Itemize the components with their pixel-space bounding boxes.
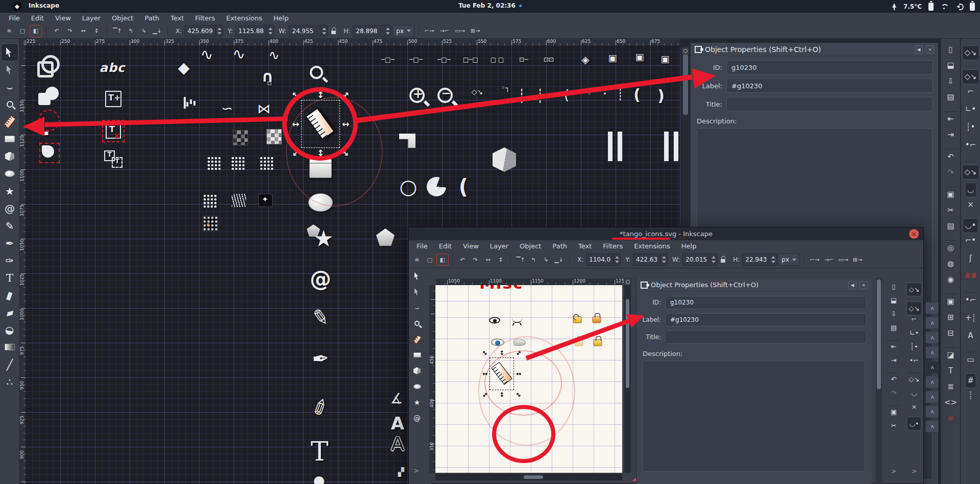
snap-cusp-icon[interactable]: ◡•	[907, 417, 921, 430]
brush-icon[interactable]: ✐	[308, 395, 332, 421]
raise-icon[interactable]: ↰	[527, 253, 540, 266]
canvas-object-icon[interactable]: (	[459, 176, 468, 197]
commands-expander[interactable]: >	[891, 468, 896, 475]
inner-horizontal-scrollbar[interactable]	[435, 474, 622, 480]
label-field[interactable]	[665, 313, 867, 326]
panel-close-button[interactable]: ×	[860, 281, 868, 289]
spin-buttons[interactable]	[266, 26, 274, 37]
export-in-icon[interactable]: ⇤	[947, 115, 954, 123]
cut-icon[interactable]: ✂	[891, 422, 897, 429]
print-icon[interactable]: ▤	[891, 324, 897, 331]
battery-charging-icon[interactable]	[970, 3, 975, 11]
text-frame-icon[interactable]	[105, 91, 121, 107]
layers-dialog-icon[interactable]: ≣	[947, 383, 954, 391]
bar-chart-icon[interactable]	[184, 97, 186, 109]
menu-edit[interactable]: Edit	[26, 13, 50, 23]
move-patterns-icon[interactable]: ◧	[436, 253, 449, 266]
zoom-out-icon[interactable]	[437, 88, 453, 103]
canvas-object-icon[interactable]: ─□─	[437, 57, 451, 63]
volume-icon[interactable]	[955, 3, 963, 10]
selection-handle[interactable]: ↕	[499, 391, 504, 398]
export-in-icon[interactable]: ⇤	[891, 343, 897, 350]
menu-layer[interactable]: Layer	[77, 13, 106, 23]
cube-icon[interactable]	[493, 147, 516, 172]
dropper-tool[interactable]: ╱	[2, 356, 18, 373]
snap-bbox-edge-mid-icon[interactable]: ┆•	[966, 123, 975, 131]
canvas-object-icon[interactable]: □─□	[463, 57, 478, 63]
canvas-object-icon[interactable]: ─□─	[409, 57, 423, 63]
export-out-icon[interactable]: ⇥	[947, 131, 954, 139]
dock-chevron-button[interactable]: >	[925, 361, 939, 373]
canvas-object-icon[interactable]: ─□─	[381, 57, 395, 63]
canvas-object-icon[interactable]: A	[391, 415, 404, 432]
zoom-in-icon[interactable]	[409, 88, 425, 103]
snap-intersection-icon[interactable]: ×	[967, 201, 974, 209]
snap-cusp-icon[interactable]: ◡•	[963, 219, 978, 233]
dock-chevron-button[interactable]: >	[925, 376, 939, 388]
snap-smooth-icon[interactable]: ⌐•	[965, 237, 976, 244]
lower-icon[interactable]: ↳	[138, 25, 150, 37]
scrollbar-thumb[interactable]	[683, 49, 688, 115]
snap-bbox-edge-icon[interactable]: ⌐	[967, 88, 974, 95]
dock-chevron-button[interactable]: >	[925, 317, 939, 329]
id-field[interactable]	[665, 296, 867, 309]
dock-scrollbar[interactable]	[876, 278, 882, 484]
open-document-icon[interactable]: ⬓	[891, 297, 897, 303]
zoom-selection-icon[interactable]: ◎	[947, 244, 954, 252]
snap-midpoint-icon[interactable]: ʃ	[969, 254, 972, 262]
cut-icon[interactable]: ✂	[947, 207, 954, 214]
w-field[interactable]	[289, 25, 328, 37]
title-field[interactable]	[665, 330, 867, 344]
canvas-object-icon[interactable]	[231, 157, 246, 170]
menu-path[interactable]: Path	[139, 13, 165, 23]
pen-icon[interactable]: ✒	[311, 348, 330, 370]
text-tool[interactable]: T	[2, 269, 18, 286]
dock-chevron-button[interactable]: >	[925, 420, 939, 432]
select-touch-icon[interactable]: ▢	[424, 253, 436, 266]
measure-tool[interactable]	[410, 332, 424, 347]
menu-text[interactable]: Text	[165, 13, 189, 23]
spiral-tool[interactable]: @	[2, 200, 18, 217]
canvas-object-icon[interactable]: ▣	[608, 54, 617, 63]
snap-master-icon[interactable]: ◇↘	[907, 283, 922, 296]
new-document-icon[interactable]: ▯	[948, 46, 952, 54]
zoom-corner-button[interactable]	[681, 47, 689, 55]
gradient-tool[interactable]	[2, 339, 18, 355]
menu-filters[interactable]: Filters	[189, 13, 220, 23]
canvas-object-icon[interactable]	[233, 130, 248, 145]
description-field[interactable]	[643, 361, 865, 472]
moon-icon[interactable]	[427, 177, 446, 196]
rotate-ccw-icon[interactable]: ↶	[51, 25, 63, 37]
canvas-object-icon[interactable]	[258, 194, 273, 207]
eye-open-icon[interactable]	[489, 317, 500, 324]
canvas-object-icon[interactable]	[608, 132, 622, 161]
spiral-icon[interactable]: @	[310, 269, 331, 290]
flip-vertical-icon[interactable]: ↕	[90, 25, 103, 37]
affect-move-icon[interactable]: ⌐→	[808, 253, 821, 266]
snap-bbox-center-icon[interactable]: •⌐	[965, 141, 976, 149]
label-field[interactable]	[726, 79, 933, 93]
canvas-object-icon[interactable]: ∿	[200, 47, 213, 62]
canvas-object-icon[interactable]: ▣	[660, 55, 669, 64]
pentagon-icon[interactable]	[376, 228, 395, 246]
xml-editor-icon[interactable]: <>	[944, 399, 957, 406]
h-field[interactable]	[353, 25, 391, 37]
open-document-icon[interactable]: ⬓	[947, 62, 954, 69]
canvas-object-icon[interactable]	[260, 157, 274, 170]
canvas-object-icon[interactable]: ▣	[635, 53, 644, 62]
y-field[interactable]	[633, 253, 668, 266]
dock-chevron-button[interactable]: >	[925, 332, 939, 344]
select-all-icon[interactable]: ≋	[411, 253, 423, 266]
rectangle-tool[interactable]	[2, 131, 18, 147]
y-field[interactable]	[235, 25, 274, 37]
lower-icon[interactable]: ↳	[540, 253, 552, 266]
menu-edit[interactable]: Edit	[433, 241, 457, 251]
canvas-object-icon[interactable]: ◆	[178, 60, 189, 75]
unit-dropdown[interactable]: px	[393, 25, 414, 37]
snap-anchor-icon[interactable]: ##	[964, 272, 977, 280]
text-dialog-icon[interactable]: T	[948, 367, 953, 375]
menu-extensions[interactable]: Extensions	[220, 13, 268, 23]
spray-tool[interactable]: ▮	[0, 285, 20, 306]
w-field[interactable]	[682, 253, 717, 266]
redo-icon[interactable]: ↷	[947, 169, 954, 176]
